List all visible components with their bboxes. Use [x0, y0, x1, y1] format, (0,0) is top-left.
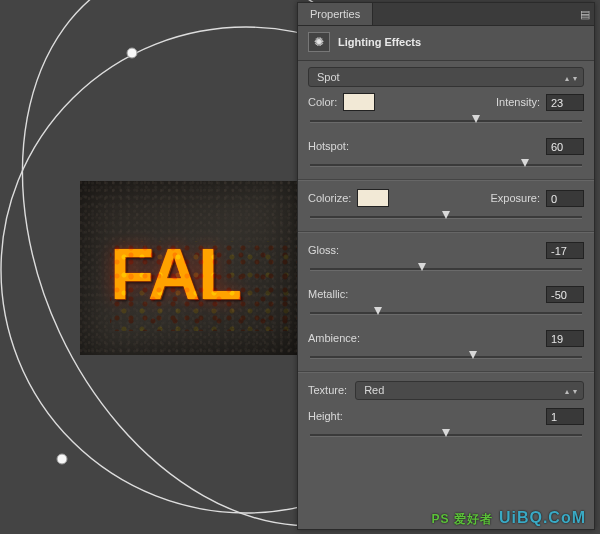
panel-header: ✺ Lighting Effects: [298, 26, 594, 60]
hotspot-value[interactable]: 60: [546, 138, 584, 155]
dropdown-caret-icon: [565, 384, 577, 396]
effect-preview: FAL: [80, 181, 300, 355]
colorize-swatch[interactable]: [357, 189, 389, 207]
light-type-value: Spot: [317, 71, 340, 83]
ambience-slider[interactable]: [310, 349, 582, 365]
slider-thumb-icon: [374, 307, 382, 315]
texture-label: Texture:: [308, 384, 347, 396]
tab-properties[interactable]: Properties: [298, 3, 373, 25]
color-label: Color:: [308, 96, 337, 108]
intensity-slider[interactable]: [310, 113, 582, 129]
slider-thumb-icon: [442, 429, 450, 437]
slider-thumb-icon: [521, 159, 529, 167]
svg-point-3: [57, 454, 67, 464]
divider: [298, 231, 594, 233]
preview-text: FAL: [110, 233, 240, 315]
properties-panel: Properties ▤ ✺ Lighting Effects Spot Col…: [297, 2, 595, 530]
gloss-value[interactable]: -17: [546, 242, 584, 259]
height-label: Height:: [308, 410, 343, 422]
effect-icon: ✺: [308, 32, 330, 52]
colorize-label: Colorize:: [308, 192, 351, 204]
exposure-slider[interactable]: [310, 209, 582, 225]
slider-thumb-icon: [418, 263, 426, 271]
slider-thumb-icon: [442, 211, 450, 219]
texture-value: Red: [364, 384, 384, 396]
texture-select[interactable]: Red: [355, 381, 584, 400]
intensity-value[interactable]: 23: [546, 94, 584, 111]
color-swatch[interactable]: [343, 93, 375, 111]
panel-flyout-menu-icon[interactable]: ▤: [576, 8, 594, 21]
slider-thumb-icon: [469, 351, 477, 359]
height-slider[interactable]: [310, 427, 582, 443]
gloss-slider[interactable]: [310, 261, 582, 277]
divider: [298, 179, 594, 181]
height-value[interactable]: 1: [546, 408, 584, 425]
light-type-select[interactable]: Spot: [308, 67, 584, 87]
svg-point-2: [127, 48, 137, 58]
panel-tabbar: Properties ▤: [298, 3, 594, 26]
exposure-value[interactable]: 0: [546, 190, 584, 207]
metallic-value[interactable]: -50: [546, 286, 584, 303]
divider: [298, 371, 594, 373]
dropdown-caret-icon: [565, 71, 577, 83]
exposure-label: Exposure:: [490, 192, 540, 204]
metallic-slider[interactable]: [310, 305, 582, 321]
ambience-value[interactable]: 19: [546, 330, 584, 347]
panel-body: Spot Color: Intensity: 23 Hotspot: 60: [298, 60, 594, 529]
panel-title: Lighting Effects: [338, 36, 421, 48]
hotspot-label: Hotspot:: [308, 140, 349, 152]
slider-thumb-icon: [472, 115, 480, 123]
ambience-label: Ambience:: [308, 332, 360, 344]
gloss-label: Gloss:: [308, 244, 339, 256]
hotspot-slider[interactable]: [310, 157, 582, 173]
metallic-label: Metallic:: [308, 288, 348, 300]
intensity-label: Intensity:: [496, 96, 540, 108]
